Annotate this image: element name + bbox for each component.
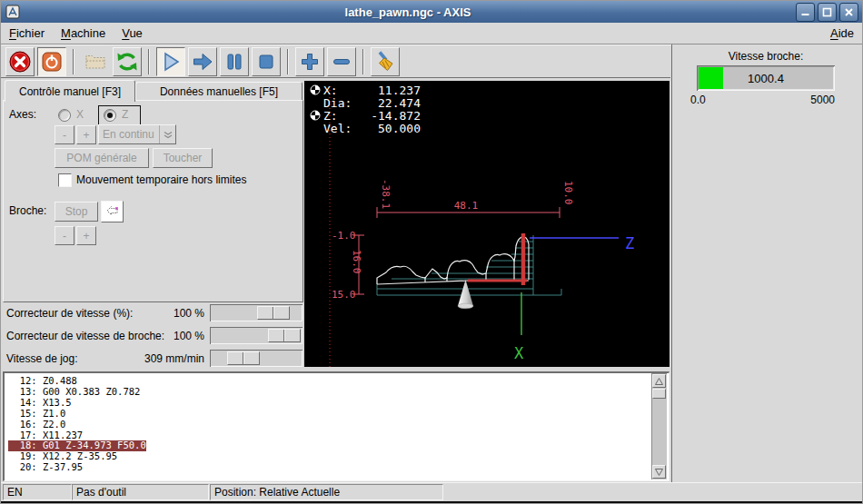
axis-x-label: X xyxy=(76,108,84,121)
power-icon xyxy=(40,50,64,74)
dro-line: X:11.237 xyxy=(310,84,421,96)
tab-mdi-label: Données manuelles [F5] xyxy=(160,85,278,98)
title-bar: lathe_pawn.ngc - AXIS xyxy=(1,1,862,23)
gcode-scrollbar[interactable] xyxy=(651,373,667,479)
dim-height-label: 16.0 xyxy=(351,250,362,274)
step-icon xyxy=(191,50,214,74)
slider-handle[interactable] xyxy=(257,306,290,320)
jog-mode-dropdown[interactable]: En continu xyxy=(98,124,176,144)
minimize-icon xyxy=(800,7,810,17)
menu-item-aide[interactable]: Aide xyxy=(822,25,862,42)
gcode-line[interactable]: 19: X12.2 Z-35.95 xyxy=(8,451,669,462)
dro-readout: X:11.237Dia:22.474Z:-14.872Vel:50.000 xyxy=(310,84,421,134)
run-icon xyxy=(159,50,183,74)
spindle-faster-button[interactable]: + xyxy=(76,226,96,245)
dro-value: 50.000 xyxy=(355,122,421,135)
slider-handle[interactable] xyxy=(227,351,260,365)
jog-plus-button[interactable]: + xyxy=(76,125,96,144)
open-file-button[interactable] xyxy=(81,47,110,76)
pause-icon xyxy=(223,50,246,74)
toolbar-separator xyxy=(287,49,289,74)
override-label: Correcteur de vitesse de broche: xyxy=(5,330,164,342)
jog-minus-button[interactable]: - xyxy=(55,125,74,144)
limit-override-label: Mouvement temporaire hors limites xyxy=(76,173,246,186)
gcode-line[interactable]: 14: X13.5 xyxy=(8,398,669,409)
limit-override-checkbox[interactable] xyxy=(58,173,72,187)
spindle-direction-icon xyxy=(105,204,120,219)
reload-file-button[interactable] xyxy=(113,47,142,76)
axis-z-radio[interactable] xyxy=(104,109,116,122)
spindle-forward-button[interactable] xyxy=(101,201,124,222)
clear-plot-button[interactable] xyxy=(371,47,400,76)
gcode-line[interactable]: 15: Z1.0 xyxy=(8,409,669,420)
spindle-slower-button[interactable]: - xyxy=(55,226,74,245)
emergency-stop-button[interactable] xyxy=(5,47,35,76)
maximize-button[interactable] xyxy=(818,3,837,22)
spindle-speed-max: 5000 xyxy=(791,94,835,106)
machine-power-button[interactable] xyxy=(37,47,66,76)
gcode-line[interactable]: 20: Z-37.95 xyxy=(8,462,669,473)
status-cell: Pas d'outil xyxy=(72,484,209,500)
dim-right-label: 10.0 xyxy=(562,181,574,205)
toolbar-separator xyxy=(73,49,74,74)
override-slider[interactable] xyxy=(210,327,303,344)
tool-cone xyxy=(458,280,473,309)
window-icon xyxy=(5,5,20,19)
override-slider[interactable] xyxy=(210,350,303,367)
toolbar xyxy=(1,44,670,78)
run-program-button[interactable] xyxy=(156,47,185,76)
close-icon xyxy=(844,7,854,17)
folder-icon xyxy=(84,50,107,74)
override-row: Correcteur de vitesse (%):100 % xyxy=(5,303,303,322)
minus-icon xyxy=(330,50,353,74)
dro-label: Z: xyxy=(323,109,355,123)
pause-program-button[interactable] xyxy=(220,47,249,76)
minimize-button[interactable] xyxy=(796,3,815,22)
menu-item-vue[interactable]: Vue xyxy=(114,25,151,42)
chevron-down-icon xyxy=(159,125,175,143)
override-row: Correcteur de vitesse de broche:100 % xyxy=(5,326,303,345)
dro-line: Z:-14.872 xyxy=(310,109,421,122)
override-label: Vitesse de jog: xyxy=(5,352,78,365)
step-program-button[interactable] xyxy=(188,47,217,76)
axis-z-label: Z xyxy=(122,108,128,121)
z-axis-label: Z xyxy=(625,234,634,252)
toolbar-separator xyxy=(362,49,364,74)
scrollbar-thumb[interactable] xyxy=(652,389,666,399)
menu-item-machine[interactable]: Machine xyxy=(53,25,114,42)
estop-icon xyxy=(8,50,32,74)
slider-handle[interactable] xyxy=(268,329,301,342)
scroll-down-button[interactable] xyxy=(652,465,666,479)
spindle-speed-label: Vitesse broche: xyxy=(697,50,835,63)
gcode-line[interactable]: 16: Z2.0 xyxy=(8,420,669,430)
status-cell: Position: Relative Actuelle xyxy=(210,484,443,500)
dro-label: Dia: xyxy=(323,96,355,110)
status-bar: EN MARCHEPas d'outilPosition: Relative A… xyxy=(1,482,862,501)
axis-window: lathe_pawn.ngc - AXIS FichierMachineVueA… xyxy=(0,0,863,504)
stop-icon xyxy=(254,50,278,74)
override-slider[interactable] xyxy=(210,304,303,321)
menu-item-fichier[interactable]: Fichier xyxy=(1,25,53,42)
homed-icon xyxy=(310,84,323,95)
zoom-out-button[interactable] xyxy=(327,47,356,76)
dro-label: Vel: xyxy=(323,122,355,135)
preview-plot-area[interactable]: Z X 48.1 -38.1 10.0 -1.0 16.0 15.0 X:1 xyxy=(304,81,670,367)
touch-off-button[interactable]: Toucher xyxy=(153,148,213,168)
tab-manual-control[interactable]: Contrôle manuel [F3] xyxy=(5,80,135,102)
close-button[interactable] xyxy=(839,3,858,22)
stop-program-button[interactable] xyxy=(252,47,281,76)
override-value: 100 % xyxy=(174,330,210,342)
spindle-stop-button[interactable]: Stop xyxy=(55,202,98,222)
gcode-line[interactable]: 13: G00 X0.383 Z0.782 xyxy=(8,387,669,398)
zoom-in-button[interactable] xyxy=(295,47,324,76)
override-value: 309 mm/min xyxy=(144,352,210,365)
gcode-listing[interactable]: 12: Z0.488 13: G00 X0.383 Z0.782 14: X13… xyxy=(3,371,670,481)
override-row: Vitesse de jog:309 mm/min xyxy=(5,349,303,368)
tab-mdi[interactable]: Données manuelles [F5] xyxy=(135,82,303,101)
spindle-label: Broche: xyxy=(9,204,46,217)
override-value: 100 % xyxy=(174,307,210,320)
home-all-button[interactable]: POM générale xyxy=(55,148,149,168)
axis-x-radio[interactable] xyxy=(58,109,71,122)
override-label: Correcteur de vitesse (%): xyxy=(5,307,133,320)
scroll-up-button[interactable] xyxy=(652,374,666,388)
